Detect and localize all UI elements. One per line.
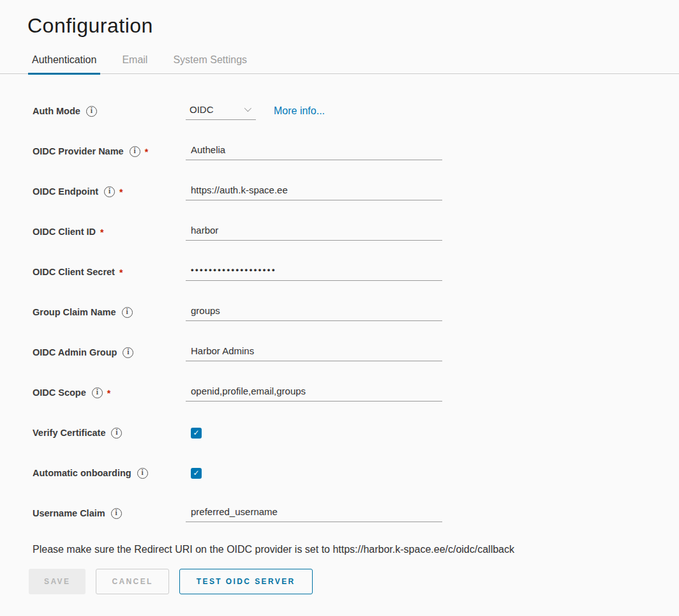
tab-system-settings[interactable]: System Settings <box>169 54 251 73</box>
oidc-provider-name-input[interactable] <box>186 143 442 160</box>
field-label-text: OIDC Provider Name <box>33 146 124 156</box>
info-circle-icon[interactable] <box>111 428 122 439</box>
info-circle-icon[interactable] <box>104 186 115 197</box>
field-control <box>186 223 442 241</box>
form-row-automatic-onboarding: Automatic onboarding <box>33 460 679 486</box>
field-label: Verify Certificate <box>33 428 186 439</box>
info-circle-icon[interactable] <box>122 307 133 318</box>
page-title: Configuration <box>27 14 679 38</box>
required-asterisk: * <box>119 187 123 197</box>
oidc-client-secret-input[interactable] <box>186 264 442 281</box>
field-label: OIDC Endpoint* <box>33 186 186 197</box>
info-circle-icon[interactable] <box>137 468 148 479</box>
form-row-oidc-client-id: OIDC Client ID* <box>33 219 679 244</box>
field-label-text: Automatic onboarding <box>33 468 131 478</box>
oidc-endpoint-input[interactable] <box>186 183 442 200</box>
info-circle-icon[interactable] <box>123 347 133 358</box>
field-label-text: Auth Mode <box>33 106 80 116</box>
cancel-button[interactable]: CANCEL <box>96 569 168 594</box>
field-label-text: OIDC Client ID <box>33 227 96 237</box>
field-label-text: Verify Certificate <box>33 428 105 438</box>
field-control <box>186 264 442 281</box>
info-circle-icon[interactable] <box>130 146 140 157</box>
field-label: OIDC Provider Name* <box>33 146 186 157</box>
field-control <box>186 304 442 321</box>
action-buttons: SAVE CANCEL TEST OIDC SERVER <box>29 569 679 594</box>
tab-email[interactable]: Email <box>118 54 151 73</box>
oidc-admin-group-input[interactable] <box>186 344 442 361</box>
field-label: OIDC Admin Group <box>33 347 186 358</box>
field-label: OIDC Client Secret* <box>33 266 186 278</box>
test-oidc-server-button[interactable]: TEST OIDC SERVER <box>179 569 313 594</box>
form-row-group-claim-name: Group Claim Name <box>33 299 679 325</box>
auth-mode-select[interactable]: OIDC <box>186 103 256 120</box>
info-circle-icon[interactable] <box>111 508 122 519</box>
field-label: OIDC Scope* <box>33 387 186 398</box>
oidc-scope-input[interactable] <box>186 384 442 402</box>
more-info-link[interactable]: More info... <box>274 105 325 117</box>
field-label: OIDC Client ID* <box>33 226 186 237</box>
field-control <box>186 428 202 439</box>
form-row-oidc-admin-group: OIDC Admin Group <box>33 340 679 365</box>
required-asterisk: * <box>145 147 148 157</box>
field-label-text: OIDC Endpoint <box>33 186 98 197</box>
field-label: Group Claim Name <box>33 307 186 318</box>
redirect-uri-notice: Please make sure the Redirect URI on the… <box>33 544 679 555</box>
field-control <box>186 183 442 200</box>
configuration-page: Configuration AuthenticationEmailSystem … <box>0 0 679 594</box>
field-label: Username Claim <box>33 508 186 519</box>
field-label: Auth Mode <box>33 106 186 117</box>
form-row-verify-certificate: Verify Certificate <box>33 420 679 446</box>
group-claim-name-input[interactable] <box>186 304 442 321</box>
chevron-down-icon <box>244 105 251 112</box>
field-label-text: Group Claim Name <box>33 307 116 317</box>
field-label-text: OIDC Admin Group <box>33 347 117 357</box>
form-row-oidc-endpoint: OIDC Endpoint* <box>33 179 679 204</box>
field-label-text: OIDC Scope <box>33 387 86 398</box>
select-value: OIDC <box>190 104 214 115</box>
auth-settings-form: Auth ModeOIDCMore info...OIDC Provider N… <box>0 74 679 526</box>
save-button[interactable]: SAVE <box>29 569 86 594</box>
field-control <box>186 384 442 402</box>
form-row-username-claim: Username Claim <box>33 500 679 526</box>
info-circle-icon[interactable] <box>92 387 103 398</box>
tabs: AuthenticationEmailSystem Settings <box>0 54 679 74</box>
field-label-text: Username Claim <box>33 508 105 518</box>
field-control <box>186 505 442 522</box>
field-control <box>186 344 442 361</box>
required-asterisk: * <box>107 388 110 398</box>
field-control <box>186 143 442 160</box>
verify-certificate-checkbox[interactable] <box>191 428 202 439</box>
automatic-onboarding-checkbox[interactable] <box>191 468 202 479</box>
form-row-oidc-provider-name: OIDC Provider Name* <box>33 139 679 164</box>
form-row-auth-mode: Auth ModeOIDCMore info... <box>33 98 679 124</box>
username-claim-input[interactable] <box>186 505 442 522</box>
oidc-client-id-input[interactable] <box>186 223 442 241</box>
field-control <box>186 468 202 479</box>
field-label: Automatic onboarding <box>33 468 186 479</box>
form-row-oidc-scope: OIDC Scope* <box>33 380 679 405</box>
required-asterisk: * <box>119 267 123 278</box>
info-circle-icon[interactable] <box>86 106 97 117</box>
tab-authentication[interactable]: Authentication <box>28 54 100 75</box>
field-label-text: OIDC Client Secret <box>33 267 115 277</box>
form-row-oidc-client-secret: OIDC Client Secret* <box>33 259 679 285</box>
field-control: OIDCMore info... <box>186 103 325 120</box>
required-asterisk: * <box>100 227 103 237</box>
